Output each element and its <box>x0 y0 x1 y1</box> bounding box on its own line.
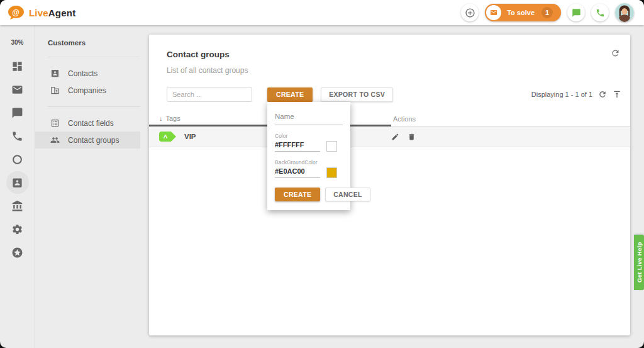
color-label: Color <box>275 133 343 139</box>
to-solve-count-badge: 1 <box>541 7 553 18</box>
ring-icon <box>11 154 23 166</box>
avatar-image <box>615 3 634 22</box>
app-window: @ LiveAgent To solve 1 <box>0 0 644 348</box>
page-subtitle: List of all contact groups <box>167 66 611 75</box>
sidebar-item-label: Companies <box>68 86 106 95</box>
phone-icon <box>596 8 605 18</box>
background-color-label: BackGroundColor <box>275 159 343 166</box>
displaying-count: Displaying 1 - 1 of 1 <box>531 91 592 98</box>
tag-name: VIP <box>184 133 196 140</box>
mail-icon <box>11 84 23 96</box>
logo-bubble-icon: @ <box>8 5 25 20</box>
top-bar: @ LiveAgent To solve 1 <box>0 0 644 25</box>
chat-icon <box>572 8 581 18</box>
sidebar-group: Contact fields Contact groups <box>48 115 140 149</box>
to-solve-label: To solve <box>507 9 535 16</box>
color-field: Color <box>275 133 343 152</box>
sidebar-item-contact-fields[interactable]: Contact fields <box>35 115 140 132</box>
sidebar-item-contact-groups[interactable]: Contact groups <box>35 132 140 149</box>
user-avatar[interactable] <box>615 3 634 22</box>
create-group-popup: Color BackGroundColor <box>267 102 350 210</box>
create-button[interactable]: CREATE <box>267 87 313 102</box>
rail-item-dashboard[interactable] <box>6 55 29 77</box>
rail-item-calls[interactable] <box>6 125 29 147</box>
svg-text:@: @ <box>12 8 19 17</box>
contact-groups-card: Contact groups List of all contact group… <box>149 35 630 335</box>
card-header: Contact groups List of all contact group… <box>149 35 630 75</box>
color-input[interactable] <box>275 141 320 152</box>
gear-icon <box>11 223 23 235</box>
page-title: Contact groups <box>167 50 611 59</box>
content-area: 30% <box>0 25 644 348</box>
popup-cancel-button[interactable]: CANCEL <box>325 188 370 201</box>
sidebar-title: Customers <box>48 39 140 47</box>
sidebar-item-label: Contact fields <box>68 119 114 128</box>
topbar-actions: To solve 1 <box>461 3 634 22</box>
chat-bubble-icon <box>11 107 23 119</box>
popup-buttons: CREATE CANCEL <box>275 188 343 201</box>
nav-rail: 30% <box>0 25 35 348</box>
background-color-input[interactable] <box>275 167 320 178</box>
color-swatch[interactable] <box>326 141 337 152</box>
logo-text: LiveAgent <box>29 8 75 18</box>
delete-trash-icon[interactable] <box>408 133 416 141</box>
contact-card-icon <box>50 69 60 78</box>
to-solve-button[interactable]: To solve 1 <box>485 4 561 21</box>
rail-item-sla[interactable] <box>6 148 29 171</box>
building-icon <box>50 86 60 95</box>
rail-item-customers[interactable] <box>6 171 29 194</box>
edit-pencil-icon[interactable] <box>391 133 399 141</box>
background-color-field: BackGroundColor <box>275 159 343 178</box>
sort-desc-icon: ↓ <box>159 115 163 122</box>
star-circle-icon <box>11 247 23 259</box>
sidebar-item-contacts[interactable]: Contacts <box>35 65 140 82</box>
column-label: Tags <box>166 115 180 122</box>
add-button[interactable] <box>461 4 479 21</box>
contacts-icon <box>11 177 23 189</box>
divider <box>48 57 140 57</box>
column-label: Actions <box>393 115 416 123</box>
main-panel: Contact groups List of all contact group… <box>149 25 644 348</box>
customers-sidebar: Customers Contacts Companies Contact fie… <box>35 25 149 348</box>
rail-item-tickets[interactable] <box>6 78 29 101</box>
toolbar-right: Displaying 1 - 1 of 1 <box>531 90 621 99</box>
column-header-actions: Actions <box>391 111 630 126</box>
toolbar: CREATE EXPORT TO CSV Displaying 1 - 1 of… <box>149 87 630 102</box>
popup-create-button[interactable]: CREATE <box>275 188 320 201</box>
fields-icon <box>50 118 60 128</box>
chats-button[interactable] <box>567 4 585 21</box>
people-icon <box>50 135 60 145</box>
tag-badge: A <box>159 132 176 142</box>
card-refresh-button[interactable] <box>611 48 620 60</box>
divider <box>48 106 140 107</box>
rail-item-billing[interactable] <box>6 194 29 217</box>
sidebar-item-companies[interactable]: Companies <box>35 82 140 99</box>
bank-icon <box>11 200 23 212</box>
envelope-icon <box>490 9 497 16</box>
get-live-help-button[interactable]: Get Live Help <box>634 235 644 290</box>
export-top-icon[interactable] <box>613 90 621 99</box>
rail-item-chats[interactable] <box>6 101 29 124</box>
sidebar-item-label: Contacts <box>68 69 97 78</box>
dashboard-icon <box>11 60 23 72</box>
rail-item-settings[interactable] <box>6 218 29 240</box>
table-header: ↓ Tags Actions <box>149 111 630 126</box>
refresh-icon[interactable] <box>598 90 607 99</box>
background-color-swatch[interactable] <box>326 167 337 178</box>
calls-button[interactable] <box>591 4 609 21</box>
sidebar-group: Contacts Companies <box>48 65 140 99</box>
actions-cell <box>391 133 630 141</box>
table-row[interactable]: A VIP <box>149 126 630 147</box>
rail-item-upgrade[interactable] <box>6 241 29 264</box>
refresh-icon <box>611 48 620 58</box>
name-input[interactable] <box>275 113 343 125</box>
contact-groups-table: ↓ Tags Actions A VIP <box>149 111 630 147</box>
search-input[interactable] <box>167 87 252 102</box>
usage-indicator: 30% <box>11 39 23 46</box>
phone-icon <box>11 130 23 142</box>
liveagent-logo[interactable]: @ LiveAgent <box>8 5 75 20</box>
sidebar-item-label: Contact groups <box>68 136 119 145</box>
plus-circle-icon <box>465 8 475 18</box>
export-csv-button[interactable]: EXPORT TO CSV <box>321 87 393 102</box>
